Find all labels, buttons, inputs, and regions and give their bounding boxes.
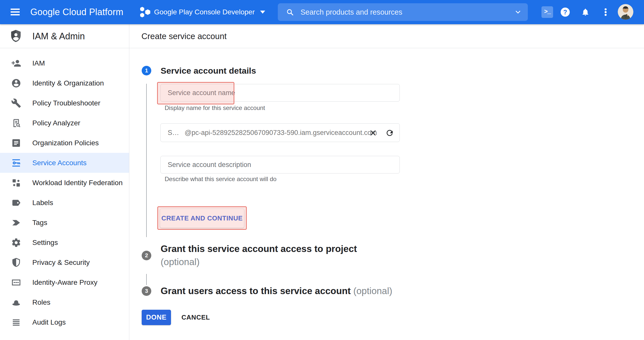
step-3-optional-text: (optional) — [353, 286, 392, 296]
step-3-indicator: 3 — [142, 286, 151, 296]
proxy-card-icon — [11, 277, 21, 288]
search-bar — [278, 3, 528, 21]
article-icon — [11, 138, 21, 148]
regenerate-id-button[interactable] — [385, 128, 394, 137]
sidebar-item-policy-analyzer[interactable]: Policy Analyzer — [0, 113, 129, 133]
stepper-connector-1 — [146, 84, 147, 237]
widgets-icon — [11, 178, 21, 188]
step-3-title-text: Grant users access to this service accou… — [161, 286, 351, 296]
cloud-shell-button[interactable]: >_ — [539, 0, 555, 24]
help-icon: ? — [561, 8, 570, 17]
search-input[interactable] — [301, 8, 514, 16]
project-switcher[interactable]: Google Play Console Developer — [139, 0, 265, 24]
sidebar-title: IAM & Admin — [32, 24, 85, 48]
sidebar-item-iam[interactable]: IAM — [0, 53, 129, 73]
sidebar-item-service-accounts[interactable]: Service Accounts — [0, 153, 129, 173]
notifications-button[interactable] — [577, 0, 593, 24]
top-app-bar: Google Cloud Platform Google Play Consol… — [0, 0, 644, 24]
project-hexagons-icon — [139, 5, 151, 19]
help-button[interactable]: ? — [558, 0, 573, 24]
step-2-optional-text: (optional) — [161, 257, 200, 267]
project-name: Google Play Console Developer — [154, 8, 255, 16]
product-logo: Google Cloud Platform — [30, 0, 123, 24]
page-title: Create service account — [141, 24, 227, 48]
sidebar-item-roles[interactable]: Roles — [0, 292, 129, 312]
doc-magnifier-icon — [11, 118, 21, 128]
project-caret-icon — [260, 11, 265, 14]
key-icon — [11, 158, 21, 168]
iam-shield-icon — [10, 29, 22, 43]
kebab-icon — [605, 8, 607, 17]
service-account-id-field[interactable]: S… @pc-api-5289252825067090733-590.iam.g… — [160, 123, 400, 142]
refresh-icon — [385, 128, 394, 137]
lines-icon — [11, 317, 21, 327]
step-2-title: Grant this service account access to pro… — [161, 242, 357, 269]
service-account-id-value: S… — [168, 129, 179, 137]
done-button[interactable]: DONE — [142, 310, 171, 325]
account-circle-icon — [11, 78, 21, 88]
sidebar-header: IAM & Admin — [0, 24, 129, 48]
sidebar-item-workload-identity-federation[interactable]: Workload Identity Federation — [0, 173, 129, 193]
sidebar: IAM & Admin IAM Identity & Organization … — [0, 24, 129, 340]
step-3-title: Grant users access to this service accou… — [161, 285, 392, 298]
sidebar-item-privacy-security[interactable]: Privacy & Security — [0, 252, 129, 272]
name-helper-text: Display name for this service account — [165, 104, 265, 112]
search-icon — [286, 8, 294, 16]
sidebar-item-identity-organization[interactable]: Identity & Organization — [0, 73, 129, 93]
sidebar-item-organization-policies[interactable]: Organization Policies — [0, 133, 129, 153]
page-header: Create service account — [129, 24, 644, 48]
sidebar-item-audit-logs[interactable]: Audit Logs — [0, 312, 129, 332]
hat-icon — [11, 297, 21, 307]
bell-icon — [581, 8, 590, 16]
service-account-name-input[interactable] — [160, 84, 400, 102]
more-options-button[interactable] — [600, 0, 611, 24]
step-2-indicator: 2 — [142, 251, 151, 260]
step-2-title-text: Grant this service account access to pro… — [161, 244, 357, 254]
step-1-title: Service account details — [161, 65, 256, 77]
main-content: Create service account 1 Service account… — [129, 24, 644, 340]
wrench-icon — [11, 98, 21, 108]
sidebar-item-settings[interactable]: Settings — [0, 233, 129, 252]
cancel-button[interactable]: CANCEL — [177, 310, 215, 325]
avatar-photo — [618, 4, 633, 20]
terminal-icon: >_ — [541, 6, 553, 18]
close-icon — [368, 128, 378, 137]
tag-arrow-icon — [11, 218, 21, 228]
chevron-down-icon[interactable] — [514, 8, 522, 16]
sidebar-item-identity-aware-proxy[interactable]: Identity-Aware Proxy — [0, 272, 129, 292]
sidebar-item-policy-troubleshooter[interactable]: Policy Troubleshooter — [0, 93, 129, 113]
create-and-continue-button[interactable]: CREATE AND CONTINUE — [160, 209, 244, 228]
shield-half-icon — [11, 258, 21, 268]
menu-icon[interactable] — [11, 9, 20, 15]
step-1-indicator: 1 — [142, 66, 151, 75]
stepper-connector-2 — [146, 274, 147, 285]
service-account-id-domain: @pc-api-5289252825067090733-590.iam.gser… — [185, 129, 377, 137]
label-icon — [11, 198, 21, 208]
sidebar-nav: IAM Identity & Organization Policy Troub… — [0, 48, 129, 332]
gear-icon — [11, 238, 21, 248]
person-add-icon — [11, 58, 21, 68]
sidebar-item-tags[interactable]: Tags — [0, 213, 129, 233]
clear-id-button[interactable] — [368, 128, 378, 137]
avatar[interactable] — [618, 4, 633, 20]
service-account-description-input[interactable] — [160, 156, 400, 174]
sidebar-item-labels[interactable]: Labels — [0, 193, 129, 213]
description-helper-text: Describe what this service account will … — [165, 175, 277, 183]
